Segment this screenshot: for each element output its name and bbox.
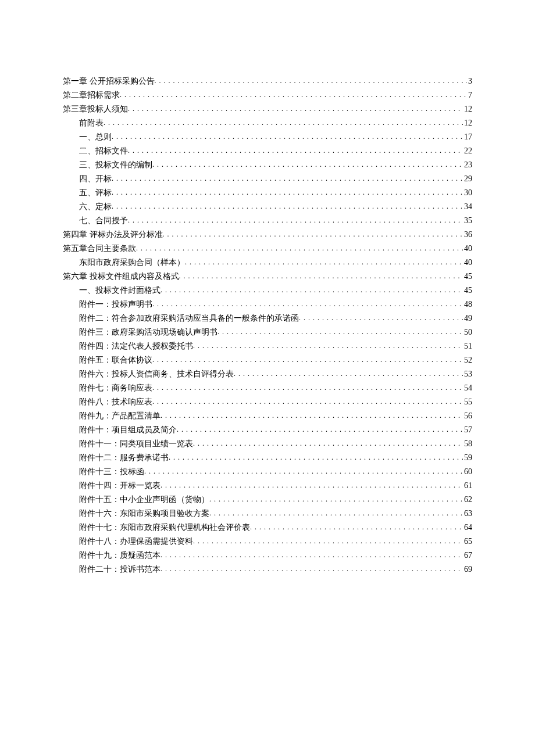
- toc-entry: 附件九：产品配置清单56: [63, 409, 472, 423]
- toc-leader-dots: [152, 381, 463, 395]
- toc-entry-label: 五、评标: [79, 186, 112, 199]
- toc-entry-label: 附件十五：中小企业声明函（货物）: [79, 493, 209, 506]
- toc-entry: 前附表12: [63, 116, 472, 130]
- toc-entry: 附件八：技术响应表55: [63, 395, 472, 409]
- toc-entry-label: 附件三：政府采购活动现场确认声明书: [79, 325, 217, 339]
- toc-entry: 第三章投标人须知12: [63, 102, 472, 116]
- toc-entry-page: 50: [463, 325, 472, 339]
- toc-entry-label: 附件七：商务响应表: [79, 381, 152, 395]
- toc-entry-label: 七、合同授予: [79, 214, 128, 227]
- toc-entry-page: 23: [463, 158, 472, 171]
- toc-entry-label: 第四章 评标办法及评分标准: [63, 228, 163, 241]
- toc-entry-page: 69: [463, 562, 472, 576]
- toc-leader-dots: [152, 298, 463, 311]
- toc-entry-label: 附件四：法定代表人授权委托书: [79, 339, 193, 353]
- toc-entry-label: 附件十四：开标一览表: [79, 479, 160, 492]
- toc-leader-dots: [163, 228, 463, 241]
- toc-entry-page: 62: [463, 493, 472, 506]
- toc-entry-page: 59: [463, 451, 472, 464]
- toc-leader-dots: [112, 130, 463, 144]
- table-of-contents: 第一章 公开招标采购公告3第二章招标需求7第三章投标人须知12前附表12一、总则…: [63, 74, 472, 576]
- toc-leader-dots: [193, 339, 463, 353]
- toc-entry-label: 三、投标文件的编制: [79, 158, 152, 171]
- toc-entry-page: 58: [463, 437, 472, 450]
- toc-entry: 附件二十：投诉书范本69: [63, 562, 472, 576]
- toc-leader-dots: [112, 172, 463, 185]
- toc-entry-label: 六、定标: [79, 200, 112, 213]
- toc-entry-label: 附件二：符合参加政府采购活动应当具备的一般条件的承诺函: [79, 311, 299, 325]
- toc-entry: 五、评标30: [63, 186, 472, 200]
- toc-leader-dots: [152, 353, 463, 367]
- toc-entry-page: 54: [463, 381, 472, 395]
- toc-entry-page: 53: [463, 367, 472, 381]
- toc-entry: 附件十六：东阳市采购项目验收方案63: [63, 507, 472, 521]
- toc-entry-page: 22: [463, 144, 472, 157]
- toc-entry-page: 3: [467, 74, 472, 88]
- toc-entry-label: 附件十三：投标函: [79, 465, 144, 478]
- toc-leader-dots: [160, 409, 463, 422]
- toc-entry-page: 34: [463, 200, 472, 213]
- toc-entry-label: 四、开标: [79, 172, 112, 185]
- toc-entry-page: 7: [467, 88, 472, 102]
- toc-entry: 第五章合同主要条款40: [63, 242, 472, 256]
- toc-entry: 附件六：投标人资信商务、技术自评得分表53: [63, 367, 472, 381]
- toc-entry-page: 51: [463, 339, 472, 353]
- toc-entry-page: 36: [463, 228, 472, 241]
- toc-leader-dots: [160, 549, 463, 562]
- toc-entry: 附件十一：同类项目业绩一览表58: [63, 437, 472, 451]
- toc-entry: 附件十三：投标函60: [63, 465, 472, 479]
- toc-leader-dots: [104, 116, 463, 130]
- toc-entry: 四、开标29: [63, 172, 472, 186]
- toc-entry-page: 12: [463, 102, 472, 116]
- toc-entry: 附件十九：质疑函范本67: [63, 549, 472, 562]
- toc-entry-label: 附件六：投标人资信商务、技术自评得分表: [79, 367, 234, 381]
- toc-entry: 第一章 公开招标采购公告3: [63, 74, 472, 88]
- toc-entry: 附件二：符合参加政府采购活动应当具备的一般条件的承诺函49: [63, 311, 472, 325]
- toc-entry-label: 附件九：产品配置清单: [79, 409, 160, 422]
- toc-entry-label: 附件八：技术响应表: [79, 395, 152, 409]
- toc-entry: 附件十五：中小企业声明函（货物）62: [63, 493, 472, 507]
- toc-leader-dots: [120, 88, 467, 102]
- toc-leader-dots: [169, 451, 463, 464]
- toc-entry: 附件十：项目组成员及简介57: [63, 423, 472, 437]
- toc-entry: 一、投标文件封面格式45: [63, 284, 472, 298]
- toc-entry-page: 55: [463, 395, 472, 409]
- toc-entry-page: 29: [463, 172, 472, 185]
- toc-entry: 第四章 评标办法及评分标准36: [63, 228, 472, 242]
- toc-leader-dots: [217, 325, 463, 339]
- toc-entry-page: 61: [463, 479, 472, 492]
- toc-entry-label: 第五章合同主要条款: [63, 242, 136, 255]
- toc-leader-dots: [152, 395, 463, 409]
- toc-leader-dots: [299, 311, 463, 325]
- toc-entry-page: 48: [463, 298, 472, 311]
- toc-entry-label: 第一章 公开招标采购公告: [63, 74, 155, 88]
- toc-entry: 三、投标文件的编制23: [63, 158, 472, 172]
- toc-leader-dots: [112, 186, 463, 199]
- toc-leader-dots: [136, 242, 463, 255]
- toc-leader-dots: [128, 102, 463, 116]
- toc-entry-label: 第六章 投标文件组成内容及格式: [63, 270, 179, 283]
- toc-entry-label: 附件十一：同类项目业绩一览表: [79, 437, 193, 450]
- toc-leader-dots: [160, 479, 463, 492]
- toc-entry-page: 57: [463, 423, 472, 436]
- toc-entry-page: 67: [463, 549, 472, 562]
- toc-leader-dots: [160, 284, 463, 297]
- toc-entry: 附件七：商务响应表54: [63, 381, 472, 395]
- toc-entry: 附件十七：东阳市政府采购代理机构社会评价表64: [63, 521, 472, 535]
- toc-entry-label: 二、招标文件: [79, 144, 128, 157]
- toc-entry: 一、总则17: [63, 130, 472, 144]
- toc-entry: 附件四：法定代表人授权委托书51: [63, 339, 472, 353]
- toc-entry-page: 40: [463, 256, 472, 269]
- toc-entry: 六、定标34: [63, 200, 472, 214]
- toc-leader-dots: [193, 437, 463, 450]
- toc-entry-page: 64: [463, 521, 472, 534]
- toc-leader-dots: [128, 144, 463, 157]
- toc-entry-label: 东阳市政府采购合同（样本）: [79, 256, 185, 269]
- toc-entry: 附件五：联合体协议52: [63, 353, 472, 367]
- toc-entry-page: 45: [463, 270, 472, 283]
- toc-entry-label: 附件十二：服务费承诺书: [79, 451, 169, 464]
- toc-entry-label: 附件十：项目组成员及简介: [79, 423, 177, 436]
- toc-entry-page: 65: [463, 535, 472, 548]
- toc-leader-dots: [177, 423, 463, 436]
- toc-entry-label: 附件十九：质疑函范本: [79, 549, 160, 562]
